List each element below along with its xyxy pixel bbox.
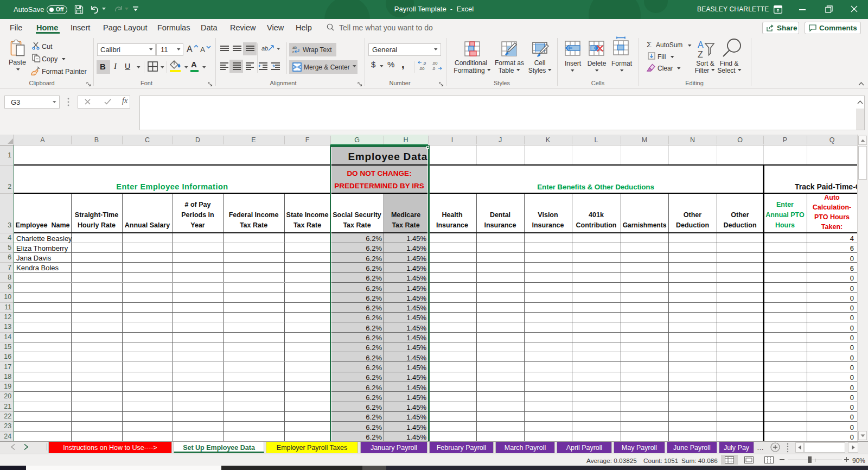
svg-text:A: A xyxy=(698,40,704,49)
svg-text:.00: .00 xyxy=(419,66,424,71)
svg-text:.0: .0 xyxy=(432,66,435,71)
svg-text:.0: .0 xyxy=(423,61,426,66)
svg-text:ab: ab xyxy=(292,46,297,49)
svg-text:c: c xyxy=(292,50,295,54)
svg-text:.00: .00 xyxy=(432,61,437,66)
svg-text:Z: Z xyxy=(698,50,703,59)
